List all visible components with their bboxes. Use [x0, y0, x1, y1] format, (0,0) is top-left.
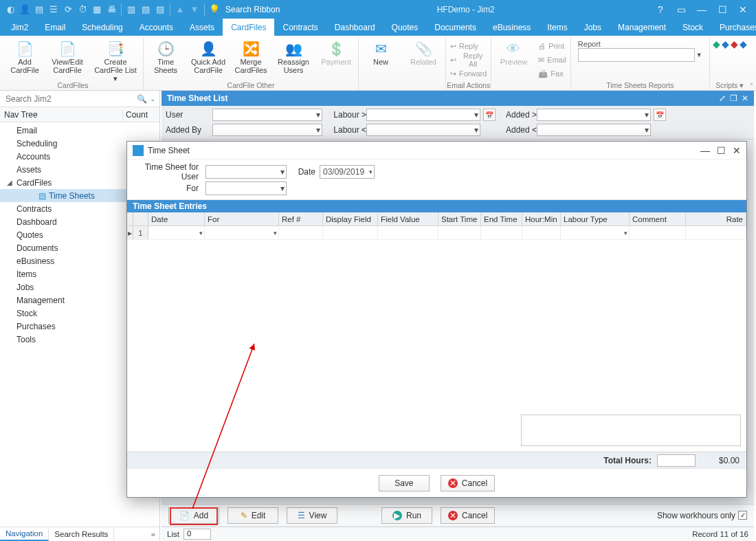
menu-email[interactable]: Email: [36, 19, 74, 36]
qat-icon[interactable]: ⟳: [62, 3, 74, 16]
qat-icon[interactable]: ▨: [154, 3, 166, 16]
print-button[interactable]: 🖨Print: [537, 40, 568, 52]
fax-button[interactable]: 📠Fax: [537, 67, 568, 80]
cell-labour-type[interactable]: ▾: [561, 226, 630, 239]
calendar-icon[interactable]: 📅: [483, 109, 496, 121]
col-display-field[interactable]: Display Field: [323, 212, 378, 225]
search-box[interactable]: 🔍 ⌄: [0, 91, 159, 107]
script-icon[interactable]: ◆: [713, 38, 720, 49]
minimize-button[interactable]: —: [693, 3, 711, 16]
workhours-checkbox[interactable]: Show workhours only ✓: [657, 511, 747, 520]
menu-items[interactable]: Items: [539, 19, 575, 36]
search-input[interactable]: [4, 93, 137, 104]
cancel-button[interactable]: ✕Cancel: [441, 475, 495, 492]
view-button[interactable]: ☰View: [287, 507, 337, 524]
view-edit-cardfile-button[interactable]: 📄View/Edit CardFile: [48, 38, 87, 76]
menu-documents[interactable]: Documents: [426, 19, 485, 36]
col-comment[interactable]: Comment: [630, 212, 686, 225]
labour-lt-dropdown[interactable]: ▾: [366, 124, 480, 136]
menu-ebusiness[interactable]: eBusiness: [485, 19, 539, 36]
save-button[interactable]: Save: [379, 475, 430, 492]
ribbon-toggle-icon[interactable]: ▭: [672, 3, 690, 16]
script-icon[interactable]: ◆: [722, 38, 729, 49]
new-email-button[interactable]: ✉New: [362, 38, 400, 67]
qat-icon[interactable]: ☰: [47, 3, 60, 16]
search-ribbon-label[interactable]: Search Ribbon: [225, 5, 280, 14]
calendar-icon[interactable]: 📅: [654, 109, 666, 121]
run-button[interactable]: ▶Run: [381, 507, 432, 524]
menu-scheduling[interactable]: Scheduling: [74, 19, 131, 36]
cell-comment[interactable]: [630, 226, 686, 239]
chevron-right-icon[interactable]: »: [147, 530, 159, 538]
add-button[interactable]: 📄Add: [168, 507, 219, 524]
restore-icon[interactable]: ❐: [730, 93, 737, 103]
add-cardfile-button[interactable]: 📄Add CardFile: [5, 38, 44, 76]
menu-cardfiles[interactable]: CardFiles: [223, 19, 274, 36]
list-value[interactable]: 0: [184, 529, 211, 540]
merge-cardfiles-button[interactable]: 🔀Merge CardFiles: [232, 38, 270, 76]
reply-button[interactable]: ↩Reply: [449, 40, 488, 52]
for-dropdown[interactable]: ▾: [205, 181, 287, 195]
col-hour-min[interactable]: Hour:Min: [522, 212, 561, 225]
user-dropdown[interactable]: ▾: [205, 165, 287, 179]
cancel-button[interactable]: ✕Cancel: [441, 507, 495, 524]
expand-icon[interactable]: ◢: [7, 179, 12, 186]
cell-start-time[interactable]: [438, 226, 481, 239]
qat-icon[interactable]: ▤: [33, 3, 45, 16]
pin-icon[interactable]: ⤢: [719, 93, 726, 103]
menu-jim2[interactable]: Jim2: [3, 19, 36, 36]
cell-ref[interactable]: [279, 226, 323, 239]
payment-button[interactable]: 💲Payment: [317, 38, 355, 67]
script-icon[interactable]: ◆: [740, 38, 747, 49]
menu-contracts[interactable]: Contracts: [274, 19, 326, 36]
related-button[interactable]: 📎Related: [404, 38, 443, 67]
date-field[interactable]: 03/09/2019▾: [320, 165, 375, 179]
menu-purchases[interactable]: Purchases: [711, 19, 756, 36]
menu-dashboard[interactable]: Dashboard: [326, 19, 383, 36]
col-start-time[interactable]: Start Time: [438, 212, 481, 225]
maximize-button[interactable]: ☐: [713, 3, 731, 16]
tree-item-email[interactable]: Email: [0, 124, 159, 137]
time-sheets-button[interactable]: 🕒Time Sheets: [146, 38, 185, 76]
addedby-dropdown[interactable]: ▾: [212, 124, 322, 136]
quick-add-cardfile-button[interactable]: 👤Quick Add CardFile: [189, 38, 227, 76]
email-button[interactable]: ✉Email: [537, 54, 568, 66]
cell-end-time[interactable]: [481, 226, 522, 239]
cell-date[interactable]: ▾: [148, 226, 205, 239]
reassign-users-button[interactable]: 👥Reassign Users: [274, 38, 313, 76]
menu-jobs[interactable]: Jobs: [576, 19, 610, 36]
qat-icon[interactable]: ▧: [140, 3, 152, 16]
cell-field-value[interactable]: [378, 226, 438, 239]
edit-button[interactable]: ✎Edit: [227, 507, 278, 524]
checkbox-icon[interactable]: ✓: [738, 511, 747, 520]
added-gt-dropdown[interactable]: ▾: [537, 109, 651, 121]
cell-for[interactable]: ▾: [205, 226, 279, 239]
forward-button[interactable]: ↪Forward: [449, 67, 488, 80]
qat-icon[interactable]: ▼: [188, 3, 201, 16]
qat-icon[interactable]: ▦: [91, 3, 103, 16]
close-button[interactable]: ✕: [734, 3, 752, 16]
qat-icon[interactable]: ▥: [125, 3, 137, 16]
chevron-down-icon[interactable]: ⌄: [150, 95, 155, 102]
tab-search-results[interactable]: Search Results: [49, 527, 114, 541]
menu-accounts[interactable]: Accounts: [131, 19, 181, 36]
col-ref[interactable]: Ref #: [279, 212, 323, 225]
col-date[interactable]: Date: [148, 212, 205, 225]
create-cardfile-list-button[interactable]: 📑Create CardFile List ▾: [91, 38, 140, 84]
added-lt-dropdown[interactable]: ▾: [537, 124, 651, 136]
menu-quotes[interactable]: Quotes: [383, 19, 427, 36]
qat-icon[interactable]: ⏱: [76, 3, 89, 16]
help-icon[interactable]: ?: [652, 3, 669, 16]
qat-icon[interactable]: ▲: [174, 3, 186, 16]
tab-navigation[interactable]: Navigation: [0, 527, 49, 541]
grid-row[interactable]: ▸ 1 ▾ ▾ ▾: [127, 226, 746, 240]
reply-all-button[interactable]: ↩Reply All: [449, 54, 488, 66]
col-field-value[interactable]: Field Value: [378, 212, 438, 225]
col-for[interactable]: For: [205, 212, 279, 225]
menu-management[interactable]: Management: [610, 19, 674, 36]
ribbon-collapse-icon[interactable]: ˄: [750, 37, 753, 90]
user-dropdown[interactable]: ▾: [212, 109, 322, 121]
search-icon[interactable]: 🔍: [137, 94, 147, 104]
qat-icon[interactable]: 👤: [19, 3, 31, 16]
note-box[interactable]: [521, 415, 741, 446]
